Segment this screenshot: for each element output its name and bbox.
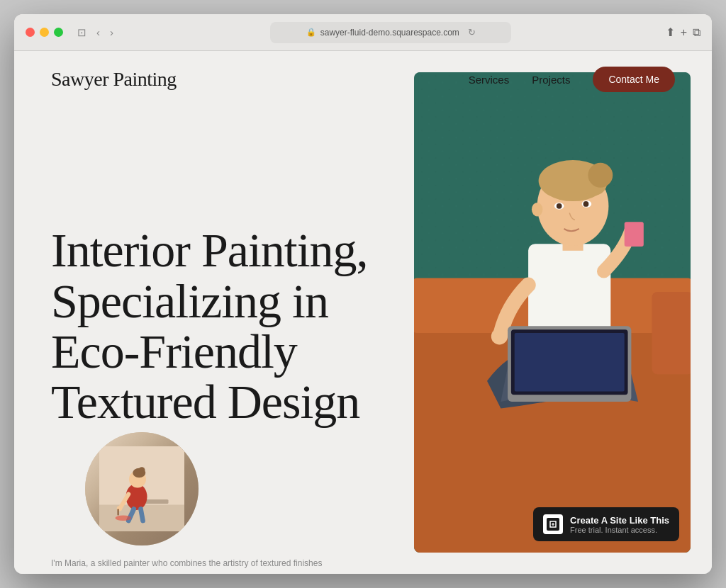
share-button[interactable]: ⬆: [666, 26, 675, 39]
svg-point-6: [139, 467, 145, 473]
window-mode-button[interactable]: ⊡: [74, 25, 89, 40]
site-logo[interactable]: Sawyer Painting: [51, 68, 177, 91]
svg-point-27: [532, 203, 542, 216]
minimize-button[interactable]: [40, 28, 49, 37]
painter-illustration: [99, 446, 184, 531]
duplicate-button[interactable]: ⧉: [693, 26, 700, 39]
hero-section: Interior Painting, Specializing in Eco-F…: [14, 51, 712, 574]
address-bar-container: 🔒 sawyer-fluid-demo.squarespace.com ↻: [125, 22, 657, 43]
back-button[interactable]: ‹: [94, 25, 103, 40]
lock-icon: 🔒: [306, 28, 316, 37]
squarespace-logo-inner: [547, 518, 559, 531]
squarespace-logo: [543, 514, 563, 534]
svg-rect-36: [515, 333, 625, 391]
browser-window: ⊡ ‹ › 🔒 sawyer-fluid-demo.squarespace.co…: [14, 14, 712, 574]
traffic-lights: [26, 28, 63, 37]
nav-services-link[interactable]: Services: [469, 74, 510, 86]
svg-rect-20: [652, 292, 691, 374]
badge-title: Create A Site Like This: [570, 515, 669, 526]
browser-controls: ⊡ ‹ ›: [74, 25, 116, 40]
hero-caption: I'm Maria, a skilled painter who combine…: [51, 558, 386, 568]
reload-icon: ↻: [468, 27, 476, 38]
url-text: sawyer-fluid-demo.squarespace.com: [320, 28, 459, 38]
hero-heading: Interior Painting, Specializing in Eco-F…: [51, 225, 372, 428]
svg-rect-33: [625, 222, 644, 247]
circular-painter-image: [85, 432, 199, 545]
maximize-button[interactable]: [54, 28, 63, 37]
nav-projects-link[interactable]: Projects: [532, 74, 570, 86]
squarespace-icon: [548, 519, 558, 529]
forward-button[interactable]: ›: [107, 25, 116, 40]
svg-line-11: [141, 509, 143, 521]
circular-image-inner: [85, 432, 199, 545]
svg-point-31: [583, 201, 589, 207]
close-button[interactable]: [26, 28, 35, 37]
address-bar[interactable]: 🔒 sawyer-fluid-demo.squarespace.com ↻: [270, 22, 511, 43]
svg-point-29: [557, 203, 562, 209]
nav-links: Services Projects Contact Me: [469, 67, 675, 92]
badge-subtitle: Free trial. Instant access.: [570, 526, 669, 534]
new-tab-button[interactable]: +: [681, 26, 687, 39]
hero-main-image: Create A Site Like This Free trial. Inst…: [414, 72, 691, 553]
woman-illustration: [414, 72, 691, 553]
badge-text: Create A Site Like This Free trial. Inst…: [570, 515, 669, 534]
svg-point-12: [116, 516, 132, 521]
website-content: Sawyer Painting Services Projects Contac…: [14, 51, 712, 574]
browser-chrome: ⊡ ‹ › 🔒 sawyer-fluid-demo.squarespace.co…: [14, 14, 712, 51]
hero-left: Interior Painting, Specializing in Eco-F…: [14, 51, 414, 574]
hero-image-bg: [414, 72, 691, 553]
navigation: Sawyer Painting Services Projects Contac…: [14, 51, 712, 108]
browser-actions: ⬆ + ⧉: [666, 26, 700, 39]
svg-point-26: [588, 163, 613, 188]
svg-point-32: [491, 328, 508, 344]
contact-me-button[interactable]: Contact Me: [593, 67, 675, 92]
squarespace-badge[interactable]: Create A Site Like This Free trial. Inst…: [533, 507, 679, 541]
svg-rect-9: [118, 509, 119, 516]
